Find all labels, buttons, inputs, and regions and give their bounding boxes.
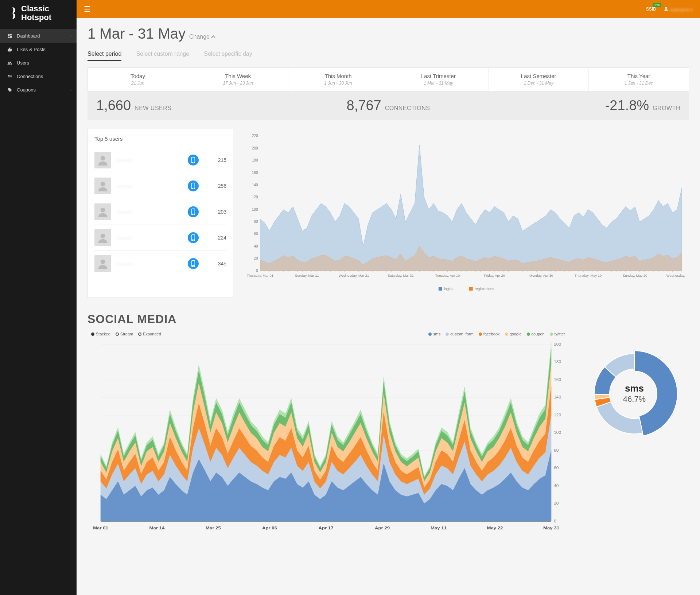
svg-rect-136 [469,287,473,291]
period-preset-this-year[interactable]: This Year1 Jan - 31 Dec [589,68,689,91]
users-icon [7,61,12,66]
svg-text:Mar 01: Mar 01 [93,526,108,530]
top-user-row[interactable]: ———215 [94,147,226,173]
sidebar: ClassicHotspot Dashboard‹Likes & PostsUs… [0,0,77,595]
period-preset-last-trimester[interactable]: Last Trimester1 Mar - 31 May [388,68,489,91]
svg-rect-11 [192,209,195,214]
menu-toggle-icon[interactable]: ☰ [84,5,90,13]
period-preset-this-month[interactable]: This Month1 Jun - 30 Jun [288,68,389,91]
period-tab-1[interactable]: Select custom range [136,51,189,61]
phone-icon [188,258,199,269]
svg-text:Thursday, Mar 01: Thursday, Mar 01 [247,273,273,277]
svg-text:140: 140 [554,395,561,399]
legend-coupon[interactable]: coupon [527,332,545,336]
legend-sms[interactable]: sms [428,332,440,336]
svg-text:Saturday, Mar 31: Saturday, Mar 31 [388,273,413,277]
avatar [94,255,111,272]
period-preset-last-semester[interactable]: Last Semester1 Dec - 31 May [489,68,589,91]
change-period-link[interactable]: Change [189,34,216,40]
svg-text:160: 160 [252,171,258,175]
svg-text:Thursday, May 10: Thursday, May 10 [575,273,602,277]
svg-text:Apr 06: Apr 06 [262,526,277,530]
legend-custom_form[interactable]: custom_form [446,332,474,336]
chevron-left-icon: ‹ [70,88,71,92]
svg-text:Apr 29: Apr 29 [375,526,390,530]
stack-mode-expanded[interactable]: Expanded [138,332,161,336]
avatar [94,229,111,246]
svg-text:60: 60 [554,466,559,470]
svg-text:May 22: May 22 [487,526,503,530]
chevron-left-icon: ‹ [70,34,71,38]
social-media-heading: SOCIAL MEDIA [88,312,689,326]
svg-text:140: 140 [252,183,258,187]
svg-text:Apr 17: Apr 17 [318,526,333,530]
stack-mode-stacked[interactable]: Stacked [91,332,110,336]
svg-text:80: 80 [254,219,258,223]
top-5-title: Top 5 users [94,136,226,142]
svg-text:100: 100 [554,431,561,435]
phone-icon [188,206,199,217]
svg-point-9 [101,208,105,213]
top-5-users-card: Top 5 users ———215———256———203———224———3… [88,129,233,298]
svg-text:Wednesday, Mar 21: Wednesday, Mar 21 [339,273,369,277]
svg-text:80: 80 [554,448,559,452]
stack-mode-stream[interactable]: Stream [116,332,133,336]
period-tabs: Select periodSelect custom rangeSelect s… [88,51,689,61]
top-user-row[interactable]: ———256 [94,173,226,199]
period-tab-2[interactable]: Select specific day [204,51,252,61]
svg-rect-3 [192,158,195,162]
legend-twitter[interactable]: twitter [550,332,565,336]
svg-point-1 [101,156,105,161]
svg-text:logins: logins [444,287,454,291]
svg-text:Tuesday, Apr 10: Tuesday, Apr 10 [435,273,460,277]
svg-text:20: 20 [554,501,559,505]
svg-text:120: 120 [252,195,258,199]
period-preset-this-week[interactable]: This Week17 Jun - 23 Jun [188,68,288,91]
svg-point-0 [665,7,667,9]
sidebar-item-dashboard[interactable]: Dashboard‹ [0,29,77,43]
legend-google[interactable]: google [505,332,522,336]
svg-text:Sunday, Mar 11: Sunday, Mar 11 [295,273,319,277]
sidebar-item-connections[interactable]: Connections [0,70,77,83]
sidebar-item-coupons[interactable]: Coupons‹ [0,83,77,97]
phone-icon [188,180,199,191]
logins-chart: 020406080100120140160180200220Thursday, … [242,129,689,298]
svg-text:60: 60 [254,232,258,236]
svg-point-4 [193,162,194,163]
sidebar-item-likes-posts[interactable]: Likes & Posts [0,43,77,56]
svg-text:Wednesday, May 31: Wednesday, May 31 [666,273,685,277]
svg-point-17 [101,260,105,264]
logo-icon [7,7,18,19]
svg-text:Monday, Apr 30: Monday, Apr 30 [529,273,553,277]
sidebar-item-users[interactable]: Users [0,56,77,70]
top-user-row[interactable]: ———203 [94,199,226,225]
ssid-badge[interactable]: SSID 226 [646,7,656,12]
ssid-count-badge: 226 [653,3,661,7]
metrics-bar: 1,660NEW USERS8,767CONNECTIONS-21.8%GROW… [88,91,689,120]
svg-text:20: 20 [254,256,258,260]
period-presets: Today21 JunThis Week17 Jun - 23 JunThis … [88,67,689,91]
tag-icon [7,88,12,93]
svg-text:180: 180 [554,360,561,364]
avatar [94,152,111,168]
svg-rect-7 [192,183,195,188]
svg-text:0: 0 [256,269,258,273]
top-user-row[interactable]: ———224 [94,225,226,250]
topbar: ☰ SSID 226 username ▾ [0,0,700,18]
svg-rect-15 [192,235,195,240]
connections-icon [7,74,12,79]
svg-text:120: 120 [554,413,561,417]
svg-text:0: 0 [554,519,556,523]
metric-new-users: 1,660NEW USERS [96,98,291,113]
period-preset-today[interactable]: Today21 Jun [88,68,188,91]
svg-text:May 11: May 11 [431,526,447,530]
legend-facebook[interactable]: facebook [479,332,500,336]
metric-connections: 8,767CONNECTIONS [291,98,486,113]
period-tab-0[interactable]: Select period [88,51,121,61]
user-menu[interactable]: username ▾ [664,6,693,12]
thumb-icon [7,47,12,52]
svg-text:100: 100 [252,207,258,211]
top-user-row[interactable]: ———345 [94,250,226,276]
avatar [94,203,111,220]
svg-text:40: 40 [254,244,258,248]
